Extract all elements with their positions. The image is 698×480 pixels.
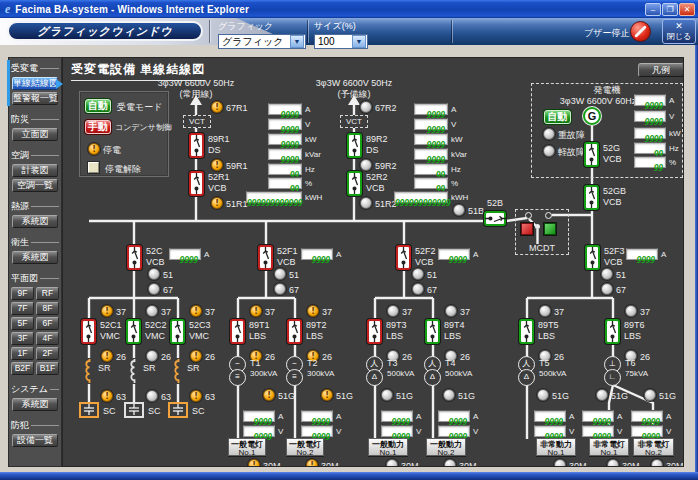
transformer-kva-2: 500kVA — [387, 369, 414, 379]
switch-89r2[interactable] — [347, 133, 362, 158]
switch-label-52gb: 52GB — [603, 186, 626, 196]
switch-52f1[interactable] — [258, 245, 273, 270]
switch-52b[interactable] — [484, 211, 506, 226]
sidebar-item-4-0[interactable]: 系統図 — [12, 251, 58, 264]
switch-52g[interactable] — [584, 142, 599, 167]
lamp-label-30m-51: 30M — [666, 461, 684, 467]
switch-52f3[interactable] — [585, 245, 600, 270]
sidebar-floor-b2f[interactable]: B2F — [11, 362, 34, 375]
sidebar-item-3-0[interactable]: 系統図 — [12, 215, 58, 228]
switch-52c2[interactable] — [126, 319, 141, 344]
maximize-button[interactable]: ❐ — [662, 3, 678, 16]
sidebar-floor-rf[interactable]: RF — [36, 287, 59, 300]
transformer-t4: 人Δ — [424, 356, 441, 386]
close-window-button[interactable]: ✕ — [679, 3, 695, 16]
switch-52r1[interactable] — [189, 171, 204, 196]
switch-89r1[interactable] — [189, 133, 204, 158]
legend-button[interactable]: 凡例 — [638, 63, 684, 77]
close-button[interactable]: ✕ 閉じる — [662, 19, 696, 44]
sidebar-floor-7f[interactable]: 7F — [11, 302, 34, 315]
sidebar-group-label-3: 熱源 — [11, 200, 29, 213]
switch-89t3[interactable] — [367, 319, 382, 344]
switch-89t1[interactable] — [230, 319, 245, 344]
sidebar-item-1-0[interactable]: 立面図 — [12, 128, 58, 141]
buzzer-stop-icon[interactable] — [630, 21, 651, 42]
chevron-down-icon[interactable]: ▼ — [290, 35, 304, 48]
vct-box-1: VCT — [340, 115, 368, 128]
meter-8: 9999 — [414, 118, 448, 130]
switch-89t5[interactable] — [519, 319, 534, 344]
switch-89t4[interactable] — [425, 319, 440, 344]
switch-52f2[interactable] — [396, 245, 411, 270]
switch-52gb[interactable] — [584, 185, 599, 210]
meter-unit-0: A — [305, 105, 310, 115]
lamp-label-37-21: 37 — [322, 307, 332, 317]
sidebar-floor-b1f[interactable]: B1F — [36, 362, 59, 375]
switch-label-52f1: 52F1 — [277, 246, 298, 256]
graphic-select-value: グラフィック — [219, 35, 290, 49]
mcdt-source-b-button[interactable] — [544, 223, 556, 235]
condenser-manual-button[interactable]: 手動 — [85, 120, 111, 134]
sc-capacitor-2 — [168, 402, 188, 418]
switch-52r2[interactable] — [347, 171, 362, 196]
load-box-0: 一般電灯No.1 — [228, 438, 266, 456]
sidebar-floor-2f[interactable]: 2F — [36, 347, 59, 360]
sidebar-floor-5f[interactable]: 5F — [11, 317, 34, 330]
sidebar-item-0-0[interactable]: 単線結線図 — [12, 77, 58, 90]
lamp-30m-48 — [444, 459, 456, 467]
meter-unit-20: A — [336, 250, 341, 260]
sr-reactor-2 — [170, 358, 181, 384]
transformer-winding-icon: Δ — [366, 369, 383, 386]
switch-type-89t4: LBS — [444, 331, 461, 341]
switch-89t6[interactable] — [605, 319, 620, 344]
switch-52c[interactable] — [127, 245, 142, 270]
minimize-button[interactable]: – — [645, 3, 661, 16]
load-box-6: 非常電灯No.2 — [633, 438, 674, 456]
graphic-select[interactable]: グラフィック ▼ — [218, 34, 306, 49]
sidebar-floor-3f[interactable]: 3F — [11, 332, 34, 345]
chevron-down-icon[interactable]: ▼ — [352, 35, 366, 48]
graphic-select-group: グラフィック グラフィック ▼ — [218, 20, 306, 49]
transformer-name-4: T5 — [539, 358, 550, 368]
tab-graphic-window[interactable]: グラフィックウィンドウ — [7, 21, 203, 41]
switch-52c3[interactable] — [170, 319, 185, 344]
meter-1: 9999 — [268, 118, 302, 130]
sidebar-item-2-1[interactable]: 空調一覧 — [12, 179, 58, 192]
transformer-t3: 人Δ — [366, 356, 383, 386]
size-select[interactable]: 100 ▼ — [314, 34, 368, 49]
sidebar-floor-8f[interactable]: 8F — [36, 302, 59, 315]
switch-89t2[interactable] — [287, 319, 302, 344]
diagram-text-6: MCDT — [515, 243, 569, 253]
sidebar: 受変電単線結線図盤警報一覧防災立面図空調計装図空調一覧熱源系統図衛生系統図平面図… — [8, 57, 62, 467]
lamp-label-63-37: 63 — [205, 392, 215, 402]
sidebar-item-6-0[interactable]: 系統図 — [12, 398, 58, 411]
load-name: No.1 — [229, 449, 265, 457]
meter-unit-16: kW — [669, 129, 681, 139]
meter-5: 99 — [268, 177, 302, 189]
receive-mode-auto-button[interactable]: 自動 — [85, 99, 111, 113]
sc-label-1: SC — [148, 406, 161, 416]
generator-auto-button[interactable]: 自動 — [544, 110, 571, 124]
switch-type-89r1: DS — [208, 145, 221, 155]
lamp-item-6-6 — [543, 128, 555, 140]
sidebar-floor-6f[interactable]: 6F — [36, 317, 59, 330]
lamp-63-37: ! — [190, 390, 202, 402]
generator-symbol: G — [583, 107, 601, 125]
meter-18: 99 — [634, 156, 666, 168]
meter-unit-31: A — [569, 412, 574, 422]
switch-52c1[interactable] — [81, 319, 96, 344]
lamp-51b-8 — [453, 204, 465, 216]
lamp-label-37-19: 37 — [205, 307, 215, 317]
sc-capacitor-1 — [124, 402, 144, 418]
lamp-label-26-29: 26 — [265, 352, 275, 362]
switch-type-52g: VCB — [603, 154, 622, 164]
sidebar-item-7-0[interactable]: 設備一覧 — [12, 434, 58, 447]
sidebar-floor-9f[interactable]: 9F — [11, 287, 34, 300]
mcdt-source-a-button[interactable] — [521, 223, 533, 235]
sidebar-item-0-1[interactable]: 盤警報一覧 — [12, 92, 58, 105]
lamp-51-15 — [601, 268, 613, 280]
sidebar-item-2-0[interactable]: 計装図 — [12, 164, 58, 177]
sidebar-floor-1f[interactable]: 1F — [11, 347, 34, 360]
sidebar-floor-4f[interactable]: 4F — [36, 332, 59, 345]
transformer-name-2: T3 — [387, 358, 398, 368]
